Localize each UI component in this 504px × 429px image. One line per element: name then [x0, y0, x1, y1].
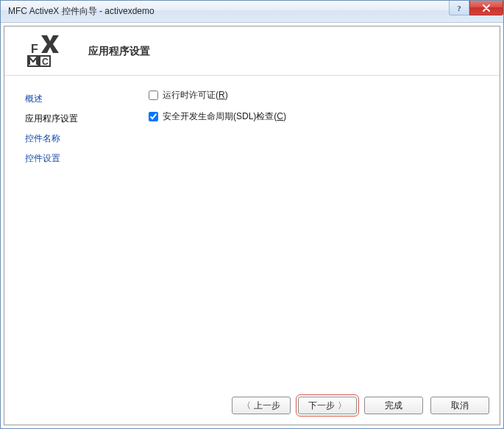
svg-text:?: ?	[457, 4, 461, 13]
wizard-window: MFC ActiveX 控件向导 - activexdemo ?	[0, 0, 504, 429]
sidebar-item-controlsettings[interactable]: 控件设置	[25, 149, 126, 169]
help-icon: ?	[455, 4, 463, 13]
help-button[interactable]: ?	[449, 1, 469, 15]
chevron-right-icon: 〉	[338, 400, 347, 412]
runtime-license-key: R	[219, 90, 225, 100]
mfc-logo: F C	[18, 34, 60, 69]
sdl-check-key: C	[277, 111, 283, 121]
window-title: MFC ActiveX 控件向导 - activexdemo	[8, 5, 155, 18]
body: 概述 应用程序设置 控件名称 控件设置 运行时许可证(R) 安全开发生命周期(S…	[4, 75, 500, 389]
prev-button-label: 上一步	[254, 400, 280, 412]
sidebar-item-appsettings[interactable]: 应用程序设置	[25, 109, 126, 129]
titlebar: MFC ActiveX 控件向导 - activexdemo ?	[1, 1, 503, 23]
runtime-license-label: 运行时许可证(R)	[163, 89, 228, 102]
finish-button-label: 完成	[385, 400, 402, 412]
sidebar: 概述 应用程序设置 控件名称 控件设置	[4, 76, 135, 389]
runtime-license-label-pre: 运行时许可证(	[163, 90, 219, 100]
sdl-check-label: 安全开发生命周期(SDL)检查(C)	[163, 110, 286, 123]
main-panel: 运行时许可证(R) 安全开发生命周期(SDL)检查(C)	[135, 76, 500, 389]
close-icon	[482, 4, 491, 12]
runtime-license-label-post: )	[225, 90, 228, 100]
sidebar-item-overview[interactable]: 概述	[25, 89, 126, 109]
sdl-check-label-pre: 安全开发生命周期(SDL)检查(	[163, 111, 277, 121]
header: F C 应用程序设置	[4, 26, 500, 75]
runtime-license-checkbox[interactable]	[149, 91, 158, 100]
content-area: F C 应用程序设置 概述 应用程序设置 控件名称 控件设置	[4, 26, 500, 425]
sidebar-item-controlname[interactable]: 控件名称	[25, 129, 126, 149]
prev-button[interactable]: 〈 上一步	[232, 397, 291, 414]
next-button-label: 下一步	[308, 400, 335, 412]
titlebar-controls: ?	[449, 1, 503, 17]
cancel-button-label: 取消	[451, 400, 469, 412]
sdl-check-checkbox[interactable]	[149, 112, 158, 121]
close-button[interactable]	[469, 1, 503, 15]
cancel-button[interactable]: 取消	[430, 397, 489, 414]
page-heading: 应用程序设置	[88, 45, 150, 58]
runtime-license-row[interactable]: 运行时许可证(R)	[149, 89, 486, 102]
sdl-check-label-post: )	[283, 111, 286, 121]
svg-text:F: F	[31, 43, 38, 55]
finish-button[interactable]: 完成	[364, 397, 423, 414]
next-button[interactable]: 下一步 〉	[298, 397, 357, 414]
svg-text:C: C	[42, 57, 49, 67]
sdl-check-row[interactable]: 安全开发生命周期(SDL)检查(C)	[149, 110, 486, 123]
footer: 〈 上一步 下一步 〉 完成 取消	[4, 389, 500, 425]
chevron-left-icon: 〈	[242, 400, 251, 412]
